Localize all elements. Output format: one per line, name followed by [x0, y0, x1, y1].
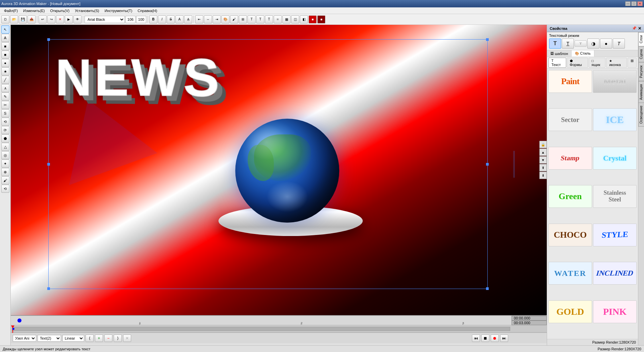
play-to-start[interactable]: ⏮	[472, 335, 480, 342]
circle-tool[interactable]: ●	[1, 59, 9, 67]
layer-combo[interactable]: Узел Ani	[13, 335, 36, 342]
vtab-layers[interactable]: Слои	[638, 32, 644, 46]
style-paint[interactable]: Paint	[548, 70, 592, 93]
save-button[interactable]: 💾	[19, 15, 27, 23]
new-button[interactable]: 🗋	[1, 15, 9, 23]
s-tool[interactable]: S	[1, 109, 9, 117]
menu-tools[interactable]: Инструменты(T)	[102, 8, 135, 13]
shape-tool[interactable]: ⬟	[1, 134, 9, 142]
texture-button[interactable]: ⊞	[239, 15, 247, 23]
style-pink[interactable]: PINK	[593, 300, 637, 323]
close-button[interactable]: ✕	[637, 1, 643, 6]
tool10[interactable]: ⌗	[274, 15, 282, 23]
subtab-extra[interactable]: ⊞	[628, 58, 637, 68]
export-button[interactable]: 📤	[28, 15, 36, 23]
outline-button[interactable]: A	[175, 15, 183, 23]
italic-button[interactable]: I	[158, 15, 166, 23]
undo-button[interactable]: ↩	[39, 15, 47, 23]
arc-tool[interactable]: ∧	[1, 84, 9, 92]
style-choco[interactable]: CHOCO	[548, 224, 592, 246]
mode-btn-0[interactable]: T	[549, 39, 561, 49]
font-scale-input[interactable]	[136, 16, 146, 23]
style-metal[interactable]: Metal	[593, 70, 637, 93]
side-icon-5[interactable]: ⬇	[539, 172, 547, 179]
open-button[interactable]: 📂	[10, 15, 18, 23]
bold-button[interactable]: B	[149, 15, 157, 23]
tab-template[interactable]: 🖼 шаблон	[547, 50, 572, 57]
tool8[interactable]: T	[256, 15, 264, 23]
star-tool[interactable]: ★	[1, 67, 9, 75]
text-tool[interactable]: A	[1, 34, 9, 42]
rotate-right-tool[interactable]: ⟳	[1, 126, 9, 134]
tool9[interactable]: T	[265, 15, 273, 23]
style-stainless-steel[interactable]: StainlessSteel	[593, 185, 637, 208]
redo-button[interactable]: ↪	[47, 15, 55, 23]
plus-tool[interactable]: ⊕	[1, 168, 9, 176]
reset-tool[interactable]: ⟲	[1, 185, 9, 193]
menu-edit[interactable]: Изменить(E)	[20, 8, 47, 13]
mode-btn-4[interactable]: ●	[600, 39, 612, 49]
color1-button[interactable]: 🎨	[221, 15, 229, 23]
font-size-input[interactable]	[125, 16, 136, 23]
style-crystal[interactable]: Crystal	[593, 147, 637, 170]
interpolation-combo[interactable]: Linear	[62, 335, 84, 342]
style-sector[interactable]: Sector	[548, 108, 592, 131]
menu-file[interactable]: Файл(F)	[1, 8, 20, 13]
tool13[interactable]: ◧	[300, 15, 308, 23]
align-right-button[interactable]: ⇥	[213, 15, 221, 23]
rotate-left-tool[interactable]: ⟲	[1, 118, 9, 126]
stop-button[interactable]: ⏹	[481, 335, 489, 342]
line-tool[interactable]: ╱	[1, 76, 9, 84]
style-style[interactable]: STYLE	[593, 224, 637, 246]
tool14[interactable]: ■	[309, 15, 317, 23]
delete-button[interactable]: ✕	[56, 15, 64, 23]
menu-help[interactable]: Справка(H)	[135, 8, 160, 13]
preview-button[interactable]: 👁	[73, 15, 82, 23]
align-left-button[interactable]: ⇤	[195, 15, 203, 23]
timeline-track[interactable]	[12, 327, 510, 331]
paint-tool[interactable]: 🖌	[1, 176, 9, 184]
side-icon-1[interactable]: 🔒	[539, 141, 547, 148]
tool7[interactable]: T	[248, 15, 256, 23]
keyframe-prev2[interactable]: ✕	[123, 335, 131, 342]
scissor-tool[interactable]: ✂	[1, 101, 9, 109]
target-tool[interactable]: ◎	[1, 151, 9, 159]
tool11[interactable]: ▦	[282, 15, 290, 23]
maximize-button[interactable]: □	[631, 1, 637, 6]
tool15[interactable]: ■	[317, 15, 325, 23]
add-keyframe[interactable]: +	[95, 335, 103, 342]
pen-tool[interactable]: ✎	[1, 93, 9, 101]
vtab-scene[interactable]: Сцена	[638, 46, 644, 62]
mode-btn-1[interactable]: T	[562, 39, 574, 49]
style-water[interactable]: WATER	[548, 262, 592, 285]
style-gold[interactable]: GOLD	[548, 300, 592, 323]
side-icon-3[interactable]: ▼	[539, 156, 547, 164]
style-ice[interactable]: ICE	[593, 108, 637, 131]
keyframe-nav-next[interactable]: ⟩	[114, 335, 122, 342]
align-center-button[interactable]: ↔	[204, 15, 212, 23]
mode-btn-5[interactable]: T	[613, 39, 625, 49]
subtab-text[interactable]: T Текст	[548, 58, 566, 68]
panel-close-button[interactable]: ✕	[638, 26, 641, 31]
style-inclined[interactable]: INCLINED	[593, 262, 637, 285]
strikethrough-button[interactable]: S	[167, 15, 175, 23]
mode-btn-2[interactable]: T	[575, 41, 587, 47]
side-icon-2[interactable]: ▲	[539, 149, 547, 156]
render-button[interactable]: ▶	[65, 15, 73, 23]
rectangle-tool[interactable]: ■	[1, 42, 9, 50]
tool12[interactable]: ◫	[291, 15, 299, 23]
subtab-box[interactable]: □ ящик	[589, 58, 606, 68]
font-name-select[interactable]: Arial Black	[85, 16, 125, 23]
subtab-shapes[interactable]: ⬟ Формы	[567, 58, 588, 68]
style-green[interactable]: Green	[548, 185, 592, 208]
type-combo[interactable]: Text(2)	[38, 335, 61, 342]
delete-keyframe[interactable]: −	[104, 335, 112, 342]
style-stamp[interactable]: Stamp	[548, 147, 592, 170]
play-to-end[interactable]: ⏭	[500, 335, 508, 342]
shadow-button[interactable]: A̤	[184, 15, 192, 23]
pin-button[interactable]: 📌	[632, 26, 637, 31]
side-icon-4[interactable]: ⬆	[539, 164, 547, 171]
vtab-animation[interactable]: Анимация	[638, 81, 644, 103]
rounded-rect-tool[interactable]: ■	[1, 51, 9, 59]
tab-style[interactable]: 🎨 Стиль	[572, 50, 594, 57]
